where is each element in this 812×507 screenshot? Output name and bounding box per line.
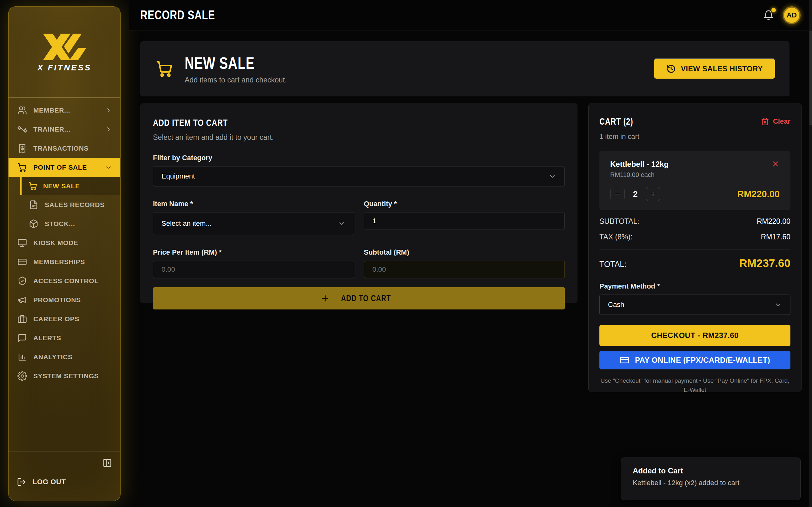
sidebar-item-members[interactable]: MEMBER... bbox=[9, 101, 120, 120]
sidebar-footer: LOG OUT bbox=[9, 452, 120, 501]
price-subtotal-row: Price Per Item (RM) * Subtotal (RM) bbox=[153, 248, 565, 278]
view-sales-history-label: VIEW SALES HISTORY bbox=[681, 65, 763, 73]
decrease-quantity-button[interactable] bbox=[610, 187, 625, 201]
sidebar-item-label: KIOSK MODE bbox=[33, 239, 112, 247]
sidebar-item-alerts[interactable]: ALERTS bbox=[9, 329, 120, 347]
trash-icon bbox=[761, 117, 769, 125]
brand-name: X FITNESS bbox=[38, 63, 91, 73]
checkout-button[interactable]: CHECKOUT - RM237.60 bbox=[599, 325, 791, 346]
credit-card-icon bbox=[620, 355, 629, 365]
remove-item-button[interactable] bbox=[771, 160, 780, 168]
scrollbar-thumb[interactable] bbox=[809, 31, 812, 125]
sidebar-item-point-of-sale[interactable]: POINT OF SALE bbox=[9, 158, 120, 177]
form-title: ADD ITEM TO CART bbox=[153, 117, 228, 128]
cart-item-unit-price: RM110.00 each bbox=[610, 171, 780, 178]
payment-method-label: Payment Method * bbox=[599, 282, 791, 290]
sidebar-item-transactions[interactable]: TRANSACTIONS bbox=[9, 139, 120, 158]
tax-value: RM17.60 bbox=[761, 233, 791, 241]
payment-method-value: Cash bbox=[608, 300, 624, 309]
subtotal-value: RM220.00 bbox=[757, 217, 791, 226]
quantity-input[interactable] bbox=[364, 212, 565, 230]
quantity-label: Quantity * bbox=[364, 200, 397, 208]
quantity-field-group: Quantity * bbox=[364, 200, 565, 235]
sidebar-item-analytics[interactable]: ANALYTICS bbox=[9, 347, 120, 367]
box-icon bbox=[29, 219, 38, 229]
sidebar-item-kiosk-mode[interactable]: KIOSK MODE bbox=[9, 233, 120, 252]
cart-header: CART (2) Clear bbox=[599, 116, 791, 127]
item-name-select-value: Select an item... bbox=[161, 219, 212, 228]
sidebar-item-memberships[interactable]: MEMBERSHIPS bbox=[9, 252, 120, 271]
app-root: X FITNESS MEMBER... TRAINER... TRANSACTI… bbox=[0, 0, 812, 507]
sidebar-item-label: ALERTS bbox=[33, 334, 112, 342]
chevron-down-icon bbox=[774, 301, 782, 308]
megaphone-icon bbox=[17, 295, 27, 305]
sidebar-item-label: SYSTEM SETTINGS bbox=[33, 372, 112, 380]
avatar[interactable]: AD bbox=[783, 6, 801, 24]
logout-label: LOG OUT bbox=[33, 478, 66, 486]
close-icon bbox=[771, 160, 780, 168]
sidebar-spacer bbox=[9, 386, 120, 452]
sidebar-item-system-settings[interactable]: SYSTEM SETTINGS bbox=[9, 367, 120, 386]
pay-online-button[interactable]: PAY ONLINE (FPX/CARD/E-WALLET) bbox=[599, 351, 791, 370]
subtotal-field-group: Subtotal (RM) bbox=[364, 248, 565, 278]
total-row: TOTAL: RM237.60 bbox=[599, 257, 791, 270]
item-name-select[interactable]: Select an item... bbox=[153, 212, 354, 235]
cart-panel: CART (2) Clear 1 item in cart Kettlebell… bbox=[588, 103, 802, 392]
dumbbell-icon bbox=[17, 125, 27, 134]
sidebar-item-label: TRANSACTIONS bbox=[33, 145, 112, 152]
cart-item-quantity-row: 2 RM220.00 bbox=[610, 187, 780, 201]
analytics-icon bbox=[17, 352, 27, 362]
sidebar-item-access-control[interactable]: ACCESS CONTROL bbox=[9, 271, 120, 290]
clear-cart-button[interactable]: Clear bbox=[761, 117, 791, 125]
sidebar-item-trainers[interactable]: TRAINER... bbox=[9, 120, 120, 139]
sidebar-nav: MEMBER... TRAINER... TRANSACTIONS POINT … bbox=[9, 98, 120, 386]
sidebar-item-sales-records[interactable]: SALES RECORDS bbox=[20, 195, 120, 214]
notification-dot bbox=[771, 8, 776, 12]
users-icon bbox=[17, 106, 27, 115]
category-filter-label: Filter by Category bbox=[153, 154, 565, 162]
view-sales-history-button[interactable]: VIEW SALES HISTORY bbox=[654, 58, 775, 79]
topbar-actions: AD bbox=[763, 6, 801, 24]
briefcase-icon bbox=[17, 314, 27, 324]
collapse-sidebar-button[interactable] bbox=[102, 458, 112, 468]
shield-check-icon bbox=[17, 276, 27, 286]
scrollbar[interactable] bbox=[809, 0, 812, 507]
pay-online-label: PAY ONLINE (FPX/CARD/E-WALLET) bbox=[635, 356, 770, 364]
brand-logo: X FITNESS bbox=[9, 7, 120, 98]
payment-method-select[interactable]: Cash bbox=[599, 294, 791, 315]
item-name-field-group: Item Name * Select an item... bbox=[153, 200, 354, 235]
cart-item-name: Kettlebell - 12kg bbox=[610, 160, 669, 169]
cart-icon bbox=[17, 163, 27, 172]
form-subtitle: Select an item and add it to your cart. bbox=[153, 133, 565, 142]
sidebar-item-label: ANALYTICS bbox=[33, 353, 112, 361]
tax-label: TAX (8%): bbox=[599, 233, 632, 241]
sidebar-item-label: MEMBER... bbox=[33, 107, 99, 114]
chevron-down-icon bbox=[549, 172, 556, 180]
cart-title: CART (2) bbox=[599, 116, 633, 127]
price-per-item-input[interactable] bbox=[153, 261, 354, 278]
new-sale-header-left: NEW SALE Add items to cart and checkout. bbox=[155, 54, 287, 84]
toast-message: Kettlebell - 12kg (x2) added to cart bbox=[633, 479, 789, 487]
cart-items-count: 1 item in cart bbox=[599, 132, 791, 141]
sidebar-item-label: NEW SALE bbox=[43, 182, 80, 190]
payment-note: Use "Checkout" for manual payment • Use … bbox=[599, 376, 791, 394]
sidebar-item-career-ops[interactable]: CAREER OPS bbox=[9, 309, 120, 329]
subtotal-row: SUBTOTAL: RM220.00 bbox=[599, 217, 791, 226]
chevron-right-icon bbox=[105, 107, 112, 114]
logout-button[interactable]: LOG OUT bbox=[17, 477, 112, 487]
add-to-cart-label: ADD TO CART bbox=[341, 294, 391, 303]
sidebar-item-promotions[interactable]: PROMOTIONS bbox=[9, 290, 120, 309]
totals-divider bbox=[599, 249, 791, 250]
sidebar-item-stock[interactable]: STOCK... bbox=[20, 214, 120, 233]
chevron-right-icon bbox=[105, 126, 112, 133]
credit-card-icon bbox=[17, 257, 27, 267]
plus-icon bbox=[650, 190, 657, 198]
increase-quantity-button[interactable] bbox=[646, 187, 660, 201]
add-item-form-card: ADD ITEM TO CART Select an item and add … bbox=[140, 103, 577, 303]
sidebar-subitem-new-sale[interactable]: NEW SALE bbox=[20, 177, 120, 195]
document-icon bbox=[29, 200, 38, 210]
category-select[interactable]: Equipment bbox=[153, 166, 565, 186]
add-to-cart-button[interactable]: ADD TO CART bbox=[153, 287, 565, 309]
x-fitness-logo-icon bbox=[38, 32, 91, 62]
notifications-button[interactable] bbox=[763, 10, 774, 20]
